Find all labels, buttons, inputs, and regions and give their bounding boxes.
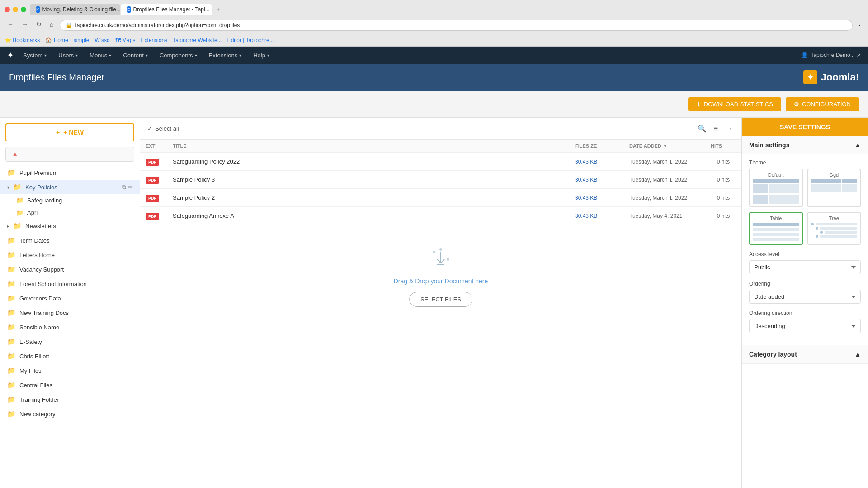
- nav-users[interactable]: Users ▾: [53, 48, 83, 62]
- folder-icon: 📁: [7, 251, 16, 259]
- sidebar-search[interactable]: 🔺: [5, 147, 134, 162]
- sidebar-item-governors-data[interactable]: 📁 Governors Data: [0, 291, 140, 305]
- sidebar-item-sensible-name[interactable]: 📁 Sensible Name: [0, 320, 140, 334]
- download-statistics-button[interactable]: ⬇ DOWNLOAD STATISTICS: [688, 97, 781, 111]
- select-files-button[interactable]: SELECT FILES: [409, 292, 472, 307]
- theme-option-table[interactable]: Table: [749, 212, 803, 245]
- bookmark-home[interactable]: 🏠 Home: [45, 37, 68, 43]
- sidebar-item-key-policies[interactable]: ▾ 📁 Key Policies ⧉ ✏: [0, 180, 140, 194]
- edit-icon[interactable]: ✏: [128, 184, 132, 190]
- bookmark-bookmarks[interactable]: ⭐ Bookmarks: [5, 37, 40, 43]
- joomla-logo: ✦ Joomla!: [803, 70, 859, 84]
- browser-window-controls: [5, 7, 26, 12]
- maximize-window-button[interactable]: [21, 7, 26, 12]
- theme-option-ggd[interactable]: Ggd: [807, 169, 861, 207]
- sidebar-item-safeguarding[interactable]: 📁 Safeguarding: [9, 194, 140, 206]
- file-date-cell: Tuesday, March 1, 2022: [624, 189, 705, 207]
- nav-help[interactable]: Help ▾: [248, 48, 275, 62]
- folder-label: Pupil Premium: [19, 169, 132, 176]
- nav-user-menu[interactable]: 👤 Tapiochre Demo... ↗: [801, 52, 861, 58]
- sidebar-item-term-dates[interactable]: 📁 Term Dates: [0, 233, 140, 248]
- category-layout-header[interactable]: Category layout ▲: [742, 345, 868, 363]
- components-chevron: ▾: [195, 53, 197, 58]
- home-button[interactable]: ⌂: [47, 20, 56, 29]
- sidebar-item-new-category[interactable]: 📁 New category: [0, 407, 140, 421]
- filter-button[interactable]: ≡: [712, 122, 720, 135]
- sidebar-item-training-folder[interactable]: 📁 Training Folder: [0, 392, 140, 407]
- copy-icon[interactable]: ⧉: [122, 184, 126, 190]
- nav-menus[interactable]: Menus ▾: [84, 48, 117, 62]
- bookmark-tapiochre[interactable]: Tapiochre Website...: [173, 37, 222, 43]
- export-button[interactable]: →: [723, 122, 734, 135]
- ordering-select[interactable]: Date added Title File size Hits: [749, 290, 861, 304]
- sidebar-item-april[interactable]: 📁 April: [9, 206, 140, 219]
- col-header-title[interactable]: TITLE: [167, 140, 570, 153]
- drop-zone-text: Drag & Drop your Document here: [394, 277, 488, 285]
- theme-ggd-preview: [811, 179, 858, 192]
- ordering-group: Ordering Date added Title File size Hits: [749, 281, 861, 304]
- table-row[interactable]: PDF Safeguarding Policy 2022 30.43 KB Tu…: [140, 153, 741, 171]
- cms-top-nav: ✦ System ▾ Users ▾ Menus ▾ Content ▾ Com…: [0, 47, 868, 64]
- col-header-date[interactable]: DATE ADDED ▼: [624, 140, 705, 153]
- expand-arrow-icon: ▸: [7, 224, 9, 229]
- reload-button[interactable]: ↻: [33, 20, 44, 29]
- sidebar-item-central-files[interactable]: 📁 Central Files: [0, 378, 140, 392]
- sidebar-item-forest-school-info[interactable]: 📁 Forest School Information: [0, 277, 140, 291]
- theme-default-label: Default: [753, 172, 799, 178]
- table-row[interactable]: PDF Safeguarding Annexe A 30.43 KB Tuesd…: [140, 207, 741, 225]
- nav-components[interactable]: Components ▾: [154, 48, 203, 62]
- ordering-direction-select[interactable]: Descending Ascending: [749, 319, 861, 333]
- file-title: Safeguarding Policy 2022: [173, 158, 240, 165]
- file-size-cell: 30.43 KB: [570, 189, 624, 207]
- folder-icon: 📁: [7, 366, 16, 375]
- joomla-logo-text: Joomla!: [821, 71, 859, 83]
- sidebar-item-letters-home[interactable]: 📁 Letters Home: [0, 248, 140, 262]
- browser-tab-1[interactable]: M Moving, Deleting & Cloning file... ✕: [30, 4, 120, 15]
- theme-option-default[interactable]: Default: [749, 169, 803, 207]
- nav-content[interactable]: Content ▾: [118, 48, 153, 62]
- address-bar[interactable]: 🔒 tapiochre.co.uk/demo/administrator/ind…: [60, 20, 853, 31]
- expand-icon: ▲: [854, 351, 861, 358]
- nav-extensions[interactable]: Extensions ▾: [203, 48, 247, 62]
- bookmark-extensions[interactable]: Extensions: [141, 37, 167, 43]
- bookmark-editor[interactable]: Editor | Tapiochre...: [227, 37, 274, 43]
- file-date-cell: Tuesday, May 4, 2021: [624, 207, 705, 225]
- table-row[interactable]: PDF Sample Policy 2 30.43 KB Tuesday, Ma…: [140, 189, 741, 207]
- folder-icon: 📁: [7, 236, 16, 244]
- sidebar-item-chris-elliott[interactable]: 📁 Chris Elliott: [0, 349, 140, 363]
- nav-system[interactable]: System ▾: [18, 48, 52, 62]
- theme-option-tree[interactable]: Tree: [807, 212, 861, 245]
- select-all-button[interactable]: ✓ Select all: [147, 125, 179, 132]
- configuration-button[interactable]: ⚙ CONFIGURATION: [786, 97, 859, 111]
- bookmark-sso[interactable]: W sso: [94, 37, 109, 43]
- save-settings-button[interactable]: SAVE SETTINGS: [742, 118, 868, 136]
- browser-tab-2[interactable]: D Dropfiles Files Manager - Tapi... ✕: [121, 4, 212, 15]
- bookmark-maps[interactable]: 🗺 Maps: [115, 37, 136, 43]
- new-tab-button[interactable]: +: [212, 4, 224, 15]
- close-window-button[interactable]: [5, 7, 10, 12]
- back-button[interactable]: ←: [5, 20, 16, 29]
- cms-header: Dropfiles Files Manager ✦ Joomla!: [0, 64, 868, 91]
- search-toggle-button[interactable]: 🔍: [696, 122, 708, 135]
- access-level-select[interactable]: Public Registered Special: [749, 260, 861, 274]
- sidebar-item-vacancy-support[interactable]: 📁 Vacancy Support: [0, 262, 140, 277]
- folder-icon: 📁: [7, 169, 16, 177]
- folder-icon: 📁: [7, 395, 16, 404]
- table-row[interactable]: PDF Sample Policy 3 30.43 KB Tuesday, Ma…: [140, 171, 741, 189]
- sidebar-item-newsletters[interactable]: ▸ 📁 Newsletters: [0, 219, 140, 233]
- extensions-button[interactable]: ⋮: [856, 21, 863, 30]
- sidebar-item-pupil-premium[interactable]: 📁 Pupil Premium: [0, 165, 140, 180]
- folder-label: E-Safety: [19, 338, 132, 345]
- main-settings-header[interactable]: Main settings ▲: [742, 136, 868, 154]
- category-layout-section: Category layout ▲: [742, 345, 868, 364]
- minimize-window-button[interactable]: [13, 7, 18, 12]
- new-folder-button[interactable]: + + NEW: [5, 123, 134, 141]
- drop-icon-container: [427, 243, 454, 270]
- users-chevron: ▾: [75, 53, 78, 58]
- sidebar-item-e-safety[interactable]: 📁 E-Safety: [0, 334, 140, 349]
- sidebar-item-my-files[interactable]: 📁 My Files: [0, 363, 140, 378]
- sidebar-item-new-training-docs[interactable]: 📁 New Training Docs: [0, 305, 140, 320]
- forward-button[interactable]: →: [19, 20, 31, 29]
- file-date-cell: Tuesday, March 1, 2022: [624, 153, 705, 171]
- bookmark-simple[interactable]: simple: [74, 37, 90, 43]
